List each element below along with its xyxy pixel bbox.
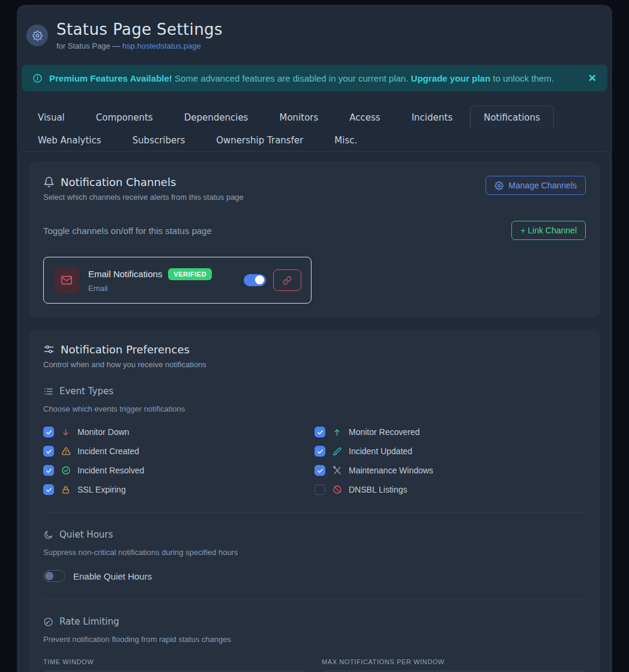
checkbox[interactable] — [314, 484, 325, 495]
event-types-heading: Event Types — [43, 386, 586, 397]
settings-tabs: Visual Components Dependencies Monitors … — [17, 106, 581, 151]
checkbox[interactable] — [314, 446, 325, 457]
toggle-channels-hint: Toggle channels on/off for this status p… — [43, 226, 212, 236]
gear-icon — [26, 25, 48, 46]
channel-type: Email — [88, 284, 212, 293]
manage-channels-label: Manage Channels — [508, 181, 577, 190]
tab-access[interactable]: Access — [336, 106, 394, 128]
upgrade-plan-link[interactable]: Upgrade your plan — [411, 73, 491, 83]
lock-icon — [61, 485, 71, 494]
moon-icon — [43, 530, 53, 540]
event-type-label: Incident Resolved — [77, 466, 144, 475]
checkbox[interactable] — [314, 427, 325, 437]
list-icon — [43, 386, 53, 397]
preferences-title: Notification Preferences — [61, 343, 190, 356]
tab-visual[interactable]: Visual — [24, 106, 79, 128]
event-type-label: Monitor Recovered — [349, 427, 420, 437]
event-types-description: Choose which events trigger notification… — [43, 404, 586, 413]
email-channel-card: Email Notifications VERIFIED Email — [43, 257, 311, 304]
event-type-monitor-recovered[interactable]: Monitor Recovered — [314, 427, 586, 437]
page-title: Status Page Settings — [56, 20, 223, 38]
event-type-label: Monitor Down — [77, 427, 129, 437]
tab-misc[interactable]: Misc. — [321, 128, 371, 151]
envelope-icon — [53, 267, 80, 293]
rate-limiting-title: Rate Limiting — [59, 616, 119, 627]
quiet-hours-title: Quiet Hours — [59, 529, 113, 540]
event-type-label: Incident Created — [77, 446, 139, 456]
premium-banner: Premium Features Available! Some advance… — [22, 65, 607, 91]
checkbox[interactable] — [43, 484, 54, 495]
settings-page: Status Page Settings for Status Page — h… — [17, 5, 612, 672]
page-header: Status Page Settings for Status Page — h… — [17, 5, 612, 61]
section-divider — [43, 599, 586, 599]
event-type-dnsbl-listings[interactable]: DNSBL Listings — [314, 484, 586, 495]
email-channel-toggle[interactable] — [244, 274, 266, 286]
event-type-incident-resolved[interactable]: Incident Resolved — [43, 465, 314, 476]
preferences-subtitle: Control when and how you receive notific… — [43, 360, 586, 369]
info-icon — [32, 73, 43, 83]
event-type-maintenance-windows[interactable]: Maintenance Windows — [314, 465, 586, 476]
channels-title: Notification Channels — [61, 176, 176, 188]
quiet-hours-toggle-label: Enable Quiet Hours — [73, 571, 152, 581]
arrow-down-icon — [61, 428, 71, 437]
event-types-grid: Monitor Down Monitor Recovered Incident … — [43, 427, 586, 495]
banner-suffix: to unlock them. — [490, 73, 554, 83]
tab-incidents[interactable]: Incidents — [398, 106, 466, 128]
tab-ownership-transfer[interactable]: Ownership Transfer — [202, 128, 317, 151]
tab-subscribers[interactable]: Subscribers — [119, 128, 199, 151]
banner-text: Some advanced features are disabled in y… — [172, 73, 411, 83]
quiet-hours-description: Suppress non-critical notifications duri… — [43, 548, 586, 557]
rate-limiting-description: Prevent notification flooding from rapid… — [43, 635, 586, 644]
event-type-ssl-expiring[interactable]: SSL Expiring — [43, 484, 314, 495]
notification-channels-card: Notification Channels Select which chann… — [29, 161, 600, 318]
checkbox[interactable] — [43, 465, 54, 476]
link-channel-button[interactable]: + Link Channel — [511, 221, 586, 240]
bell-icon — [43, 176, 55, 188]
warning-icon — [61, 446, 71, 456]
status-page-link[interactable]: hsp.hostedstatus.page — [122, 41, 201, 50]
rate-limiting-heading: Rate Limiting — [43, 616, 586, 627]
max-notifications-label: MAX NOTIFICATIONS PER WINDOW — [322, 658, 586, 665]
gear-icon — [495, 181, 504, 190]
checkbox[interactable] — [314, 465, 325, 476]
tab-notifications[interactable]: Notifications — [470, 106, 554, 128]
tools-icon — [332, 466, 342, 475]
preferences-title-row: Notification Preferences — [43, 343, 586, 356]
channel-name: Email Notifications — [88, 269, 162, 279]
link-channel-label: + Link Channel — [520, 226, 577, 235]
gauge-icon — [43, 617, 53, 627]
banner-headline: Premium Features Available! — [49, 73, 172, 83]
event-type-incident-updated[interactable]: Incident Updated — [314, 446, 586, 457]
close-icon[interactable]: ✕ — [588, 72, 597, 85]
section-divider — [43, 512, 586, 512]
notifications-panel: Notification Channels Select which chann… — [19, 151, 610, 672]
event-type-monitor-down[interactable]: Monitor Down — [43, 427, 314, 437]
ban-icon — [332, 485, 342, 494]
checkbox[interactable] — [43, 446, 54, 457]
sliders-icon — [43, 344, 55, 355]
event-type-label: DNSBL Listings — [349, 485, 408, 494]
quiet-hours-toggle[interactable] — [43, 570, 65, 582]
page-subtitle: for Status Page — hsp.hostedstatus.page — [56, 41, 223, 50]
arrow-up-icon — [332, 428, 342, 437]
tab-monitors[interactable]: Monitors — [265, 106, 332, 128]
pencil-icon — [332, 447, 342, 456]
notification-preferences-card: Notification Preferences Control when an… — [29, 329, 600, 672]
chain-link-icon — [283, 276, 292, 285]
event-type-label: SSL Expiring — [77, 485, 125, 494]
tab-dependencies[interactable]: Dependencies — [170, 106, 262, 128]
event-type-label: Incident Updated — [349, 446, 412, 456]
verified-badge: VERIFIED — [168, 268, 212, 280]
quiet-hours-heading: Quiet Hours — [43, 529, 586, 540]
tab-components[interactable]: Components — [82, 106, 167, 128]
channels-subtitle: Select which channels receive alerts fro… — [43, 193, 244, 202]
event-type-label: Maintenance Windows — [349, 466, 433, 475]
event-types-title: Event Types — [59, 386, 113, 397]
event-type-incident-created[interactable]: Incident Created — [43, 446, 314, 457]
checkbox[interactable] — [43, 427, 54, 437]
unlink-channel-button[interactable] — [273, 269, 301, 291]
manage-channels-button[interactable]: Manage Channels — [486, 176, 586, 195]
tab-web-analytics[interactable]: Web Analytics — [24, 128, 115, 151]
check-circle-icon — [61, 466, 71, 475]
channels-title-row: Notification Channels — [43, 176, 244, 188]
